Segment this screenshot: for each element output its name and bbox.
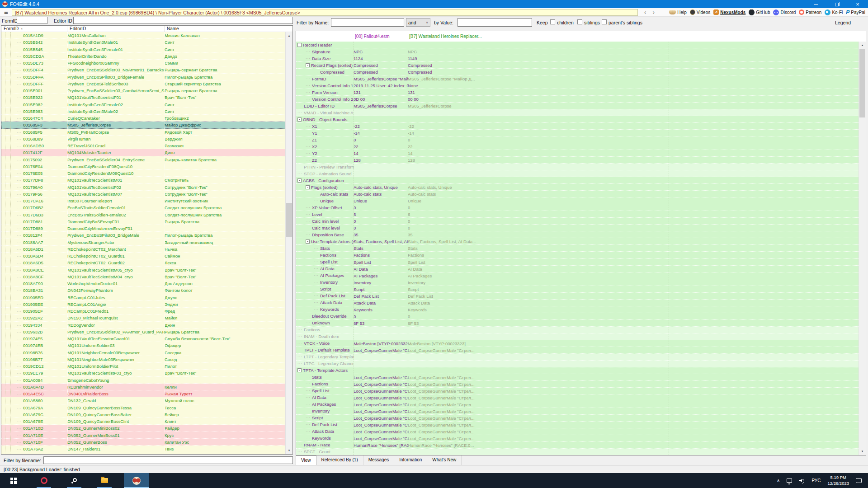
table-row[interactable]: ···0015A1D9MQ101MrsCallahanМиссис Каллах…: [1, 32, 285, 39]
table-row[interactable]: ···0015E982InstituteSynthGen3Female02Син…: [1, 101, 285, 108]
keep-siblings-checkbox[interactable]: [577, 19, 582, 24]
table-row[interactable]: ···001685F3MS05_JefferiesCorpseМайор Дже…: [1, 122, 285, 128]
kofi-link[interactable]: Ko-Fi: [825, 9, 843, 15]
scroll-down-icon[interactable]: ▼: [859, 448, 866, 455]
right-scrollbar[interactable]: ▲ ▼: [859, 42, 866, 455]
volume-icon[interactable]: [799, 479, 805, 483]
network-icon[interactable]: [787, 479, 792, 483]
collapse-icon[interactable]: -: [297, 43, 302, 47]
record-row[interactable]: ···CompressedCompressedCompressed: [296, 69, 859, 75]
record-row[interactable]: ···XP Value Offset00: [296, 204, 859, 211]
record-row[interactable]: ···EDID - Editor IDMS05_JefferiesCorpseM…: [296, 103, 859, 109]
column-header-fallout4esm[interactable]: [00] Fallout4.esm: [355, 34, 390, 39]
table-row[interactable]: ···0015DFFFPrydwen_EncBoSFieldScribe03Ст…: [1, 80, 285, 87]
table-row[interactable]: ···001647C4CurieQCaretakerГробовщик2: [1, 115, 285, 122]
filter-filename-input[interactable]: [43, 456, 293, 464]
table-row[interactable]: ···001685F5MS05_PvtHartCorpseРядовой Хар…: [1, 129, 285, 136]
minimize-button[interactable]: [806, 0, 826, 8]
record-row[interactable]: ···Level66: [296, 211, 859, 218]
record-row[interactable]: -Record Header: [296, 42, 859, 48]
table-row[interactable]: ···001A5860DN132_GeraldМужской голос: [1, 397, 285, 404]
table-row[interactable]: ···0018A8CFMQ101VaultTecScientistM04_cry…: [1, 273, 285, 280]
record-row[interactable]: ···UniqueUniqueUnique: [296, 197, 859, 204]
record-row[interactable]: -TPTA - Template Actors: [296, 367, 859, 374]
record-row[interactable]: ···Auto-calc statsAuto-calc statsAuto-ca…: [296, 191, 859, 197]
right-scrollbar-thumb[interactable]: [859, 49, 865, 117]
patreon-link[interactable]: Patreon: [799, 9, 821, 15]
table-row[interactable]: ···00176E04DiamondCityResidentF08Quest10: [1, 163, 285, 170]
table-row[interactable]: ···001796A0MQ101VaultTecScientistF02Сотр…: [1, 184, 285, 191]
tray-expand-icon[interactable]: ∧: [777, 478, 780, 483]
record-row[interactable]: -OBND - Object Bounds: [296, 116, 859, 123]
table-row[interactable]: ···0019632BPrydwen_EncBoSSoldier02_PAArm…: [1, 328, 285, 335]
record-row[interactable]: ···Factions: [296, 327, 859, 333]
table-row[interactable]: ···001A710EDN052_GunnerMiniBoss01Круз: [1, 432, 285, 439]
table-row[interactable]: ···0019CD12MQ101UniformSoldierPilotПилот: [1, 363, 285, 370]
videos-link[interactable]: Videos: [690, 9, 710, 15]
table-row[interactable]: ···0018A6D1REChokepointCT02_MerchantНычк…: [1, 246, 285, 253]
table-row[interactable]: ···0018A8CEMQ101VaultTecScientistM05_cry…: [1, 267, 285, 273]
editorid-input[interactable]: [73, 17, 293, 24]
record-row[interactable]: ···ScriptScriptScript: [296, 286, 859, 293]
record-row[interactable]: ···PTRN - Preview Transform: [296, 164, 859, 170]
record-row[interactable]: ···FormIDMS05_JefferiesCorpse "Майор Д..…: [296, 75, 859, 82]
table-row[interactable]: ···001A0A4DREBrahminVendorКелли: [1, 384, 285, 390]
filter-operator-select[interactable]: and ∨: [406, 18, 430, 27]
taskbar-steam-button[interactable]: [63, 473, 85, 488]
table-row[interactable]: ···0015DE73FFGoodneighbor08SammyСэмми: [1, 60, 285, 66]
record-row[interactable]: ···X1-22-22: [296, 123, 859, 130]
back-icon[interactable]: ‹: [644, 9, 646, 15]
table-row[interactable]: ···001905EFRECampLC01Fred01Фред: [1, 308, 285, 314]
record-row[interactable]: ···SPCT - Count: [296, 449, 859, 455]
record-row[interactable]: ···Z2128128: [296, 157, 859, 164]
table-row[interactable]: ···0017D889DiamondCityMinutemenEnvoyF01: [1, 225, 285, 232]
record-row[interactable]: -Use Template Actors (sor...Stats, Facti…: [296, 238, 859, 245]
table-row[interactable]: ···00175092Prydwen_EncBoSSoldier04_Entry…: [1, 156, 285, 163]
table-row[interactable]: ···0016ADB0RETravelJS01GruelРазмазня: [1, 142, 285, 149]
record-row[interactable]: ···SignatureNPC_NPC_: [296, 48, 859, 55]
table-row[interactable]: ···001A76A2DN147_Raider01Твиз: [1, 446, 285, 452]
record-row[interactable]: ···Attack DataAttack DataAttack Data: [296, 300, 859, 306]
breadcrumb[interactable]: [B7] Wasteland Heroines Replacer All in …: [12, 9, 638, 16]
table-row[interactable]: ···0015E983InstituteSynthGen3Male02Синт: [1, 108, 285, 115]
table-row[interactable]: ···00198B77MQ101NeighborMale03RespawnerС…: [1, 356, 285, 363]
menu-icon[interactable]: ≡: [4, 10, 8, 14]
collapse-icon[interactable]: -: [297, 117, 302, 122]
record-row[interactable]: -Flags (sorted)Auto-calc stats, UniqueAu…: [296, 184, 859, 191]
scroll-down-icon[interactable]: ▼: [286, 447, 292, 454]
record-row[interactable]: ···VTCK - VoiceMaleBoston [VTYP:00023323…: [296, 340, 859, 347]
action-center-icon[interactable]: [856, 478, 862, 483]
table-row[interactable]: ···001905EERECampLC01AngieЭнджи: [1, 301, 285, 308]
filter-name-input[interactable]: [331, 18, 404, 27]
record-row[interactable]: ···Spell ListLoot_CorpseGunnerMale "Стре…: [296, 388, 859, 394]
record-row[interactable]: ···Attack DataLoot_CorpseGunnerMale "Стр…: [296, 428, 859, 435]
table-row[interactable]: ···0017D6B3EncBoSTraitsSoldierFemale02Со…: [1, 211, 285, 218]
help-link[interactable]: Help: [669, 10, 687, 15]
record-row[interactable]: ···Data Size11241149: [296, 55, 859, 62]
record-row[interactable]: ···TPLT - Default TemplateLoot_CorpseGun…: [296, 347, 859, 354]
table-row[interactable]: ···001974EBMQ101UniformSoldier03Офицер: [1, 342, 285, 349]
table-row[interactable]: ···00179F56MQ101VaultTecScientistM07Сотр…: [1, 191, 285, 197]
collapse-icon[interactable]: -: [306, 239, 310, 244]
record-row[interactable]: ···RNAM - RaceHumanRace "Человек" [RACE:…: [296, 442, 859, 449]
record-row[interactable]: ···ScriptLoot_CorpseGunnerMale "Стрел...…: [296, 415, 859, 422]
table-row[interactable]: ···0015B542InstituteSynthGen3Male01Синт: [1, 39, 285, 46]
record-row[interactable]: ···LTPC - Legendary Chance: [296, 361, 859, 367]
table-row[interactable]: ···001922A2DN150_MichaelTournquistМайкл: [1, 314, 285, 321]
table-row[interactable]: ···00188AA7MysteriousStrangerActorЗагадо…: [1, 239, 285, 246]
nexusmods-link[interactable]: NexusMods: [713, 9, 745, 15]
table-row[interactable]: ···001A710DDN052_GunnerMiniBoss02Райдер: [1, 425, 285, 432]
left-scrollbar[interactable]: ▲ ▼: [285, 32, 292, 454]
table-row[interactable]: ···0017412FMQ104MobsterTaunterДино: [1, 149, 285, 156]
formid-input[interactable]: [17, 17, 47, 24]
table-row[interactable]: ···0018A6D4REChokepointCT02_Guard01Саймо…: [1, 253, 285, 259]
record-row[interactable]: ···Y21414: [296, 150, 859, 157]
table-row[interactable]: ···001812F4Prydwen_EncBoSPilot03_BridgeM…: [1, 232, 285, 239]
taskbar-clock[interactable]: 5:19 PM 12/28/2023: [827, 475, 849, 486]
scroll-up-icon[interactable]: ▲: [286, 33, 292, 39]
discord-link[interactable]: Discord: [773, 9, 796, 15]
record-row[interactable]: ···Form Version131131: [296, 89, 859, 96]
start-button[interactable]: [3, 473, 24, 488]
record-row[interactable]: ···StatsLoot_CorpseGunnerMale "Стрел...L…: [296, 374, 859, 381]
table-row[interactable]: ···001A679EDN109_QuincyGunnerBossClintКл…: [1, 418, 285, 425]
